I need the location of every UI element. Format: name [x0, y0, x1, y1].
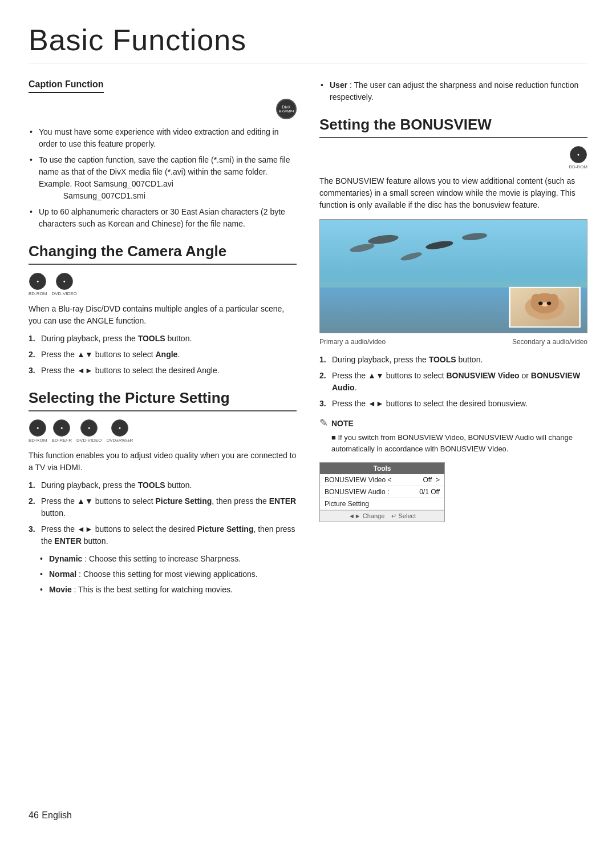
note-text: ■ If you switch from BONUSVIEW Video, BO…: [331, 432, 587, 454]
tools-row-bv-audio-label: BONUSVIEW Audio :: [325, 488, 389, 496]
caption-function-title: Caption Function: [29, 79, 104, 93]
bonusview-section: Setting the BONUSVIEW ● BD-ROM The BONUS…: [319, 116, 587, 522]
camera-angle-section: Changing the Camera Angle ● BD-ROM ● DVD…: [29, 243, 297, 377]
camera-angle-intro: When a Blu-ray Disc/DVD contains multipl…: [29, 303, 297, 327]
tools-row-bv-video-label: BONUSVIEW Video <: [325, 476, 392, 484]
user-bullet-section: User : The user can adjust the sharpness…: [319, 79, 587, 103]
bdrom-badge-ps: ● BD-ROM: [29, 419, 47, 443]
dvdvideo-ps-icon: ●: [80, 419, 98, 437]
tools-table: Tools BONUSVIEW Video < Off > BONUSVIEW …: [319, 462, 445, 522]
left-column: Caption Function DivX MKV/MP4 You must h…: [29, 79, 297, 606]
tools-table-footer: ◄► Change ↵ Select: [320, 510, 444, 522]
bdrer-ps-icon: ●: [53, 419, 70, 437]
caption-badge-row: DivX MKV/MP4: [29, 99, 297, 119]
bdrom-badge-camera: ● BD-ROM: [29, 273, 47, 296]
picture-setting-section: Selecting the Picture Setting ● BD-ROM ●…: [29, 389, 297, 596]
ps-sub-bullets: Dynamic : Choose this setting to increas…: [29, 553, 297, 596]
tools-row-bv-video-value: Off >: [423, 476, 440, 484]
secondary-caption: Secondary a audio/video: [512, 338, 587, 346]
ps-dynamic: Dynamic : Choose this setting to increas…: [39, 553, 297, 565]
bdrer-badge-ps: ● BD-RE/-R: [51, 419, 72, 443]
ps-step-1: 1.During playback, press the TOOLS butto…: [29, 479, 297, 491]
dvdvideo-ps-label: DVD-VIDEO: [76, 438, 102, 443]
image-caption-row: Primary a audio/video Secondary a audio/…: [319, 338, 587, 346]
divx-badge-icon: DivX MKV/MP4: [276, 99, 297, 119]
page-number: 46 English: [29, 808, 72, 821]
tools-table-header: Tools: [320, 463, 444, 474]
bonusview-scene-svg: [320, 220, 587, 333]
note-box: ✎ NOTE ■ If you switch from BONUSVIEW Vi…: [319, 418, 587, 454]
tools-row-picture-setting: Picture Setting: [320, 498, 444, 510]
bdrom-ps-icon: ●: [29, 419, 46, 437]
page-num-value: 46: [29, 810, 39, 820]
picture-setting-intro: This function enables you to adjust vide…: [29, 450, 297, 474]
page-lang: English: [42, 810, 71, 820]
camera-angle-badges: ● BD-ROM ● DVD-VIDEO: [29, 273, 297, 296]
bonusview-image: [319, 219, 587, 333]
user-bullet: User : The user can adjust the sharpness…: [319, 79, 587, 103]
tools-row-bv-audio-value: 0/1 Off: [419, 488, 440, 496]
svg-point-14: [547, 302, 551, 305]
picture-setting-title: Selecting the Picture Setting: [29, 389, 297, 411]
bdrom-bonusview-badge: ● BD-ROM: [569, 146, 587, 169]
bdrom-label: BD-ROM: [29, 291, 47, 296]
bv-step-1: 1.During playback, press the TOOLS butto…: [319, 354, 587, 366]
dvdvideo-label: DVD-VIDEO: [51, 291, 76, 296]
picture-setting-steps: 1.During playback, press the TOOLS butto…: [29, 479, 297, 547]
caption-bullets: You must have some experience with video…: [29, 126, 297, 230]
dvdrw-ps-label: DVD±RW/±R: [106, 438, 133, 443]
tools-row-bonusview-video: BONUSVIEW Video < Off >: [320, 474, 444, 486]
page-title: Basic Functions: [29, 23, 587, 63]
bdrom-ps-label: BD-ROM: [29, 438, 47, 443]
bdrom-bonusview-label: BD-ROM: [569, 164, 587, 169]
camera-angle-title: Changing the Camera Angle: [29, 243, 297, 265]
note-icon: ✎: [319, 417, 328, 429]
note-title: NOTE: [331, 418, 587, 430]
right-column: User : The user can adjust the sharpness…: [319, 79, 587, 606]
camera-angle-steps: 1.During playback, press the TOOLS butto…: [29, 333, 297, 377]
tools-row-ps-label: Picture Setting: [325, 500, 369, 508]
note-content: NOTE ■ If you switch from BONUSVIEW Vide…: [331, 418, 587, 454]
primary-caption: Primary a audio/video: [319, 338, 386, 346]
bonusview-intro: The BONUSVIEW feature allows you to view…: [319, 175, 587, 211]
dvdrw-badge-ps: ● DVD±RW/±R: [106, 419, 133, 443]
caption-function-section: Caption Function DivX MKV/MP4 You must h…: [29, 79, 297, 230]
ps-movie: Movie : This is the best setting for wat…: [39, 584, 297, 596]
camera-step-2: 2.Press the ▲▼ buttons to select Angle.: [29, 349, 297, 361]
camera-step-3: 3.Press the ◄► buttons to select the des…: [29, 365, 297, 377]
bonusview-steps: 1.During playback, press the TOOLS butto…: [319, 354, 587, 410]
bv-step-2: 2.Press the ▲▼ buttons to select BONUSVI…: [319, 370, 587, 394]
bdrom-bonusview-icon: ●: [570, 146, 587, 163]
main-scene: [320, 220, 587, 333]
dvdvideo-badge-ps: ● DVD-VIDEO: [76, 419, 102, 443]
caption-bullet-1: You must have some experience with video…: [29, 126, 297, 150]
picture-setting-badges: ● BD-ROM ● BD-RE/-R ● DVD-VIDEO ● DVD±RW…: [29, 419, 297, 443]
divx-badge: DivX MKV/MP4: [276, 99, 297, 119]
tools-row-bonusview-audio: BONUSVIEW Audio : 0/1 Off: [320, 486, 444, 498]
camera-step-1: 1.During playback, press the TOOLS butto…: [29, 333, 297, 345]
caption-bullet-2: To use the caption function, save the ca…: [29, 154, 297, 202]
svg-point-13: [538, 302, 542, 305]
bdrom-badge-icon: ●: [29, 273, 46, 290]
dvdrw-ps-icon: ●: [111, 419, 128, 437]
ps-step-3: 3.Press the ◄► buttons to select the des…: [29, 523, 297, 547]
bonusview-title: Setting the BONUSVIEW: [319, 116, 587, 138]
dvdvideo-badge-camera: ● DVD-VIDEO: [51, 273, 76, 296]
bdrer-ps-label: BD-RE/-R: [51, 438, 72, 443]
ps-step-2: 2.Press the ▲▼ buttons to select Picture…: [29, 495, 297, 519]
ps-normal: Normal : Choose this setting for most vi…: [39, 568, 297, 580]
bonusview-badge-row: ● BD-ROM: [319, 146, 587, 169]
bv-step-3: 3.Press the ◄► buttons to select the des…: [319, 398, 587, 410]
dvdvideo-badge-icon: ●: [56, 273, 73, 290]
caption-bullet-3: Up to 60 alphanumeric characters or 30 E…: [29, 206, 297, 230]
